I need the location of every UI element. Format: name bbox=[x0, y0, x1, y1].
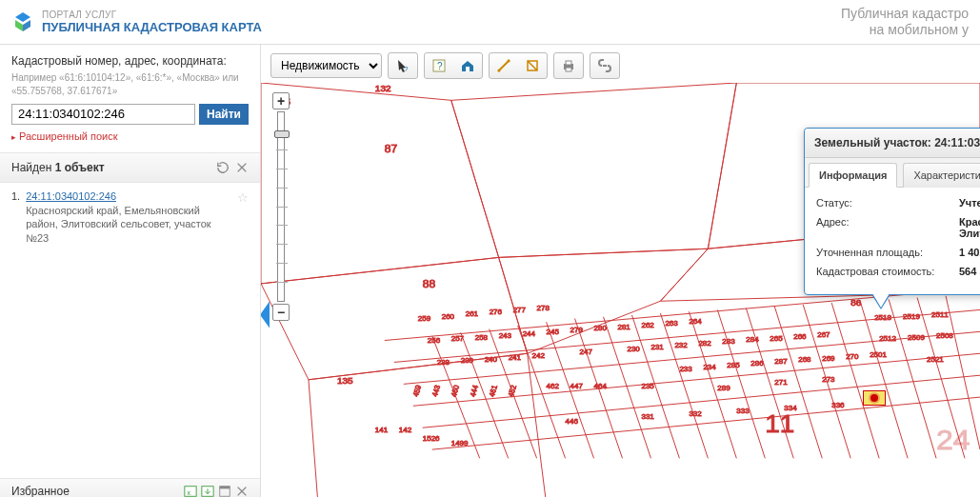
svg-text:263: 263 bbox=[665, 319, 677, 328]
layer-select[interactable]: Недвижимость bbox=[270, 53, 382, 78]
svg-text:24: 24 bbox=[936, 424, 970, 455]
svg-text:452: 452 bbox=[507, 384, 519, 397]
popup-body: Статус:Учтенный Адрес:Красноярский край,… bbox=[805, 188, 980, 294]
svg-text:331: 331 bbox=[641, 412, 653, 421]
logo-icon bbox=[11, 10, 34, 33]
svg-text:135: 135 bbox=[337, 375, 353, 386]
svg-text:265: 265 bbox=[770, 333, 782, 342]
home-icon[interactable] bbox=[455, 55, 480, 76]
svg-text:234: 234 bbox=[703, 363, 716, 371]
selected-parcel-marker[interactable] bbox=[863, 390, 886, 406]
measure-area-icon[interactable] bbox=[520, 55, 545, 76]
svg-text:277: 277 bbox=[513, 306, 526, 314]
svg-text:273: 273 bbox=[822, 375, 834, 384]
svg-text:285: 285 bbox=[727, 361, 739, 369]
svg-text:86: 86 bbox=[850, 297, 861, 308]
zoom-out-button[interactable]: − bbox=[272, 304, 290, 321]
svg-text:243: 243 bbox=[499, 331, 511, 340]
svg-text:?: ? bbox=[404, 65, 409, 73]
header-promo-line1: Публичная кадастро bbox=[841, 6, 969, 22]
svg-rect-8 bbox=[466, 67, 470, 71]
header-titles: ПОРТАЛ УСЛУГ ПУБЛИЧНАЯ КАДАСТРОВАЯ КАРТА bbox=[42, 10, 262, 34]
import-xls-icon[interactable] bbox=[201, 485, 214, 497]
svg-text:245: 245 bbox=[547, 328, 559, 336]
svg-text:446: 446 bbox=[566, 417, 578, 426]
svg-rect-4 bbox=[220, 486, 230, 488]
row-area: Уточненная площадь:1 402.00 кв. м bbox=[816, 247, 980, 258]
svg-text:461: 461 bbox=[488, 384, 500, 397]
svg-text:264: 264 bbox=[689, 317, 702, 326]
svg-text:444: 444 bbox=[469, 383, 481, 397]
svg-text:256: 256 bbox=[428, 336, 440, 345]
results-header: Найден 1 объект bbox=[0, 153, 260, 183]
svg-text:2519: 2519 bbox=[903, 311, 920, 320]
advanced-search-link[interactable]: Расширенный поиск bbox=[11, 130, 118, 142]
svg-text:11: 11 bbox=[765, 409, 794, 437]
link-icon[interactable] bbox=[592, 55, 617, 76]
svg-text:269: 269 bbox=[822, 354, 834, 363]
header-subtitle: ПОРТАЛ УСЛУГ bbox=[42, 10, 262, 20]
search-block: Кадастровый номер, адрес, координата: На… bbox=[0, 45, 260, 153]
svg-text:443: 443 bbox=[430, 384, 443, 397]
svg-text:x: x bbox=[188, 488, 191, 495]
svg-text:239: 239 bbox=[461, 356, 473, 365]
results-count-label: Найден 1 объект bbox=[11, 161, 105, 174]
clear-icon[interactable] bbox=[235, 161, 249, 174]
svg-text:141: 141 bbox=[375, 426, 388, 434]
zoom-track[interactable] bbox=[277, 111, 285, 302]
expand-icon[interactable] bbox=[218, 485, 231, 497]
svg-text:233: 233 bbox=[679, 365, 691, 373]
svg-text:235: 235 bbox=[641, 382, 653, 390]
svg-text:259: 259 bbox=[418, 314, 430, 323]
svg-text:2518: 2518 bbox=[874, 313, 891, 322]
zoom-handle[interactable] bbox=[274, 130, 290, 138]
svg-text:261: 261 bbox=[466, 309, 478, 318]
svg-text:2508: 2508 bbox=[936, 331, 953, 340]
pointer-tool-icon[interactable]: ? bbox=[390, 55, 415, 76]
result-link[interactable]: 24:11:0340102:246 bbox=[26, 190, 231, 202]
search-button[interactable]: Найти bbox=[199, 104, 249, 125]
map-toolbar: Недвижимость ? ? bbox=[270, 52, 970, 79]
favorite-star-icon[interactable]: ☆ bbox=[237, 190, 249, 247]
measure-line-icon[interactable] bbox=[491, 55, 516, 76]
header-title: ПУБЛИЧНАЯ КАДАСТРОВАЯ КАРТА bbox=[42, 20, 262, 34]
svg-text:287: 287 bbox=[774, 357, 787, 366]
svg-text:284: 284 bbox=[746, 335, 759, 344]
search-input[interactable] bbox=[11, 104, 195, 125]
refresh-icon[interactable] bbox=[216, 161, 230, 174]
export-xls-icon[interactable]: x bbox=[184, 485, 197, 497]
svg-text:336: 336 bbox=[831, 401, 844, 409]
svg-text:262: 262 bbox=[641, 321, 653, 329]
svg-text:87: 87 bbox=[385, 143, 397, 153]
header-promo-line2: на мобильном у bbox=[841, 22, 969, 38]
result-item[interactable]: 1. 24:11:0340102:246 Красноярский край, … bbox=[11, 190, 249, 247]
map-area[interactable]: Недвижимость ? ? + bbox=[261, 45, 980, 497]
svg-rect-13 bbox=[566, 68, 571, 71]
favorites-header[interactable]: Избранное x bbox=[0, 478, 260, 497]
svg-text:244: 244 bbox=[523, 329, 536, 338]
svg-text:282: 282 bbox=[698, 339, 710, 348]
svg-text:460: 460 bbox=[450, 384, 462, 397]
search-label: Кадастровый номер, адрес, координата: bbox=[11, 54, 249, 68]
header-left: ПОРТАЛ УСЛУГ ПУБЛИЧНАЯ КАДАСТРОВАЯ КАРТА bbox=[11, 10, 262, 34]
svg-text:464: 464 bbox=[594, 382, 608, 390]
svg-text:280: 280 bbox=[594, 324, 607, 332]
svg-text:283: 283 bbox=[722, 337, 734, 346]
tab-info[interactable]: Информация bbox=[809, 163, 897, 188]
help-icon[interactable]: ? bbox=[427, 55, 451, 76]
svg-text:88: 88 bbox=[423, 279, 435, 289]
svg-text:289: 289 bbox=[717, 384, 730, 392]
svg-text:267: 267 bbox=[817, 330, 830, 339]
print-icon[interactable] bbox=[556, 55, 581, 76]
zoom-in-button[interactable]: + bbox=[272, 92, 290, 109]
svg-text:257: 257 bbox=[451, 334, 464, 343]
svg-text:462: 462 bbox=[547, 382, 559, 390]
svg-text:242: 242 bbox=[532, 351, 545, 360]
svg-text:278: 278 bbox=[537, 304, 550, 312]
delete-icon[interactable] bbox=[235, 485, 249, 497]
popup-tabs: Информация Характеристики Кто обслуживае… bbox=[805, 158, 980, 188]
svg-text:270: 270 bbox=[846, 352, 858, 361]
row-address: Адрес:Красноярский край, Емельяновский р… bbox=[816, 216, 980, 239]
tab-characteristics[interactable]: Характеристики bbox=[903, 163, 980, 188]
svg-text:268: 268 bbox=[798, 355, 810, 364]
